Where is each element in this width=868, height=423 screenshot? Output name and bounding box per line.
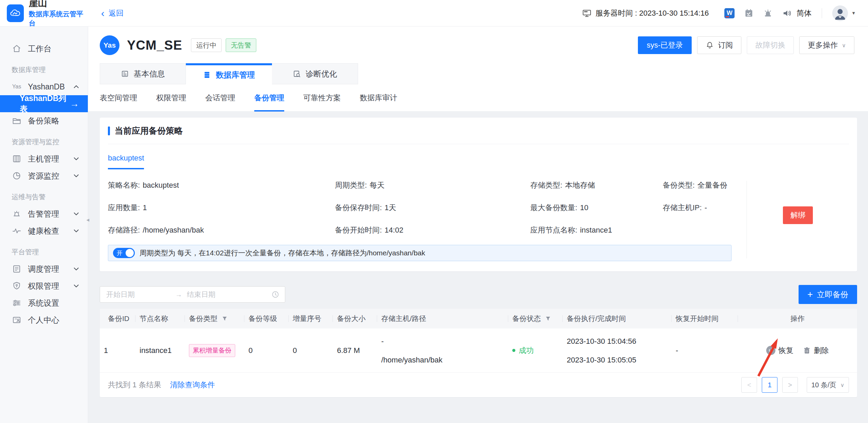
pie-chart-icon (12, 171, 22, 181)
range-arrow-icon: → (175, 291, 182, 299)
pulse-icon (12, 226, 22, 236)
language-switch[interactable]: 简体 (797, 8, 811, 18)
info-card-icon (121, 70, 129, 78)
tab-diagnosis[interactable]: 诊断优化 (272, 63, 358, 84)
filter-funnel-icon[interactable] (222, 316, 227, 321)
sidebar-item-personal-center[interactable]: 个人中心 (0, 311, 88, 328)
col-incr-seq: 增量序号 (289, 309, 333, 328)
policy-toggle[interactable]: 开 (113, 248, 135, 258)
subtab-backup[interactable]: 备份管理 (254, 84, 284, 112)
toggle-knob (126, 249, 134, 257)
server-time-text: 服务器时间 : 2023-10-30 15:14:16 (596, 8, 709, 18)
sidebar-item-label: YashanDB (28, 82, 65, 91)
brand-subtitle: 数据库系统云管平台 (29, 10, 88, 28)
storage-host: - (381, 332, 443, 351)
avatar[interactable] (832, 5, 848, 21)
field-label: 应用数量: (108, 203, 140, 212)
next-page-button[interactable]: > (782, 377, 798, 393)
backup-now-button[interactable]: + 立即备份 (799, 285, 857, 304)
sidebar-item-yashandb-list[interactable]: YashanDB列表 → (0, 95, 88, 112)
sidebar-item-health-check[interactable]: 健康检查 (0, 222, 88, 239)
subtab-reliability[interactable]: 可靠性方案 (303, 84, 341, 112)
backup-table-card: 备份ID 节点名称 备份类型 备份等级 增量序号 备份大小 存储主机/路径 备份… (100, 309, 857, 397)
field-storage-path: 存储路径:/home/yashan/bak (108, 225, 335, 235)
tab-database-mgmt[interactable]: 数据库管理 (186, 63, 272, 84)
subtab-tablespace[interactable]: 表空间管理 (100, 84, 137, 112)
prev-page-button[interactable]: < (741, 377, 757, 393)
col-label: 备份大小 (337, 314, 366, 323)
failover-button[interactable]: 故障切换 (747, 36, 794, 54)
subscribe-button[interactable]: 订阅 (697, 36, 741, 54)
chevron-down-icon (74, 284, 79, 288)
sidebar-item-label: 告警管理 (28, 209, 59, 219)
clear-filters-link[interactable]: 清除查询条件 (170, 380, 215, 390)
status-success: 成功 (512, 345, 534, 356)
sidebar-item-label: 权限管理 (28, 281, 59, 291)
cell-backup-id: 1 (100, 346, 135, 355)
topbar: 崖山 数据库系统云管平台 ‹ 返回 服务器时间 : 2023-10-30 15:… (0, 0, 868, 27)
page-size-value: 10 条/页 (811, 380, 836, 390)
col-label: 备份执行/完成时间 (567, 314, 626, 323)
col-label: 操作 (790, 314, 805, 323)
sidebar-item-label: 健康检查 (28, 226, 59, 236)
start-date-input[interactable] (106, 290, 175, 299)
sidebar-item-host-mgmt[interactable]: 主机管理 (0, 150, 88, 167)
col-actions: 操作 (738, 309, 857, 328)
yas-avatar: Yas (100, 35, 119, 55)
col-backup-size: 备份大小 (333, 309, 377, 328)
sidebar-item-permission-mgmt[interactable]: 权限管理 (0, 277, 88, 294)
alarm-siren-icon[interactable] (763, 9, 773, 18)
tab-basic-info[interactable]: 基本信息 (100, 63, 186, 84)
restore-action[interactable]: ↺ 恢复 (766, 345, 793, 356)
cell-incr-seq: 0 (289, 346, 333, 355)
toggle-on-label: 开 (117, 249, 123, 257)
trash-icon (803, 346, 814, 354)
word-doc-icon[interactable]: W (724, 8, 735, 18)
field-node-name: 应用节点名称:instance1 (530, 225, 663, 235)
col-label: 存储主机/路径 (381, 314, 426, 323)
current-page-button[interactable]: 1 (762, 377, 777, 393)
cell-backup-type: 累积增量备份 (185, 344, 244, 357)
field-label: 周期类型: (335, 181, 367, 189)
filter-funnel-icon[interactable] (546, 316, 550, 321)
server-time: 服务器时间 : 2023-10-30 15:14:16 (582, 8, 709, 18)
unbind-button[interactable]: 解绑 (783, 206, 813, 224)
more-actions-button[interactable]: 更多操作 ∨ (799, 36, 854, 54)
page-size-select[interactable]: 10 条/页 ∨ (807, 377, 849, 393)
sidebar-item-backup-policy[interactable]: 备份策略 (0, 112, 88, 129)
policy-tab-backuptest[interactable]: backuptest (108, 154, 144, 169)
policy-summary-bar: 开 周期类型为 每天，在14:02进行一次全量备份，存储在本地，存储路径为/ho… (108, 245, 732, 261)
sidebar-item-alarm-mgmt[interactable]: 告警管理 (0, 205, 88, 222)
status-label: 成功 (519, 345, 534, 356)
field-value: - (705, 203, 707, 212)
brand: 崖山 数据库系统云管平台 (0, 0, 88, 28)
sidebar-item-schedule-mgmt[interactable]: 调度管理 (0, 260, 88, 277)
app-body: 工作台 数据库管理 Yas YashanDB YashanDB列表 → 备份策略… (0, 27, 868, 423)
delete-action[interactable]: 删除 (803, 345, 829, 356)
table-header: 备份ID 节点名称 备份类型 备份等级 增量序号 备份大小 存储主机/路径 备份… (100, 309, 857, 328)
sidebar-item-label: 主机管理 (28, 154, 59, 164)
calendar-check-icon[interactable] (744, 9, 754, 18)
date-range-picker[interactable]: → (100, 286, 285, 303)
end-date-input[interactable] (186, 290, 271, 299)
exec-time: 2023-10-30 15:04:56 (567, 332, 636, 351)
field-backup-type: 备份类型:全量备份 (663, 180, 738, 190)
speaker-icon[interactable] (782, 9, 792, 18)
col-exec-finish-time: 备份执行/完成时间 (563, 309, 672, 328)
sidebar-item-resource-monitor[interactable]: 资源监控 (0, 167, 88, 184)
sidebar-item-yashandb[interactable]: Yas YashanDB (0, 78, 88, 95)
sidebar-section-platform: 平台管理 (0, 243, 88, 260)
field-value: 14:02 (385, 226, 403, 234)
sidebar-item-workbench[interactable]: 工作台 (0, 40, 88, 57)
cell-backup-size: 6.87 M (333, 346, 377, 355)
database-icon (203, 71, 211, 79)
sidebar-item-system-settings[interactable]: 系统设置 (0, 294, 88, 311)
subtab-session[interactable]: 会话管理 (205, 84, 235, 112)
sidebar-collapse-icon[interactable]: ◂ (84, 213, 91, 226)
login-status-button[interactable]: sys-已登录 (638, 36, 692, 54)
subtab-audit[interactable]: 数据库审计 (360, 84, 397, 112)
avatar-caret-icon[interactable]: ▼ (851, 11, 856, 16)
subtab-permission[interactable]: 权限管理 (156, 84, 186, 112)
field-label: 策略名称: (108, 181, 140, 189)
back-link[interactable]: ‹ 返回 (101, 8, 124, 18)
